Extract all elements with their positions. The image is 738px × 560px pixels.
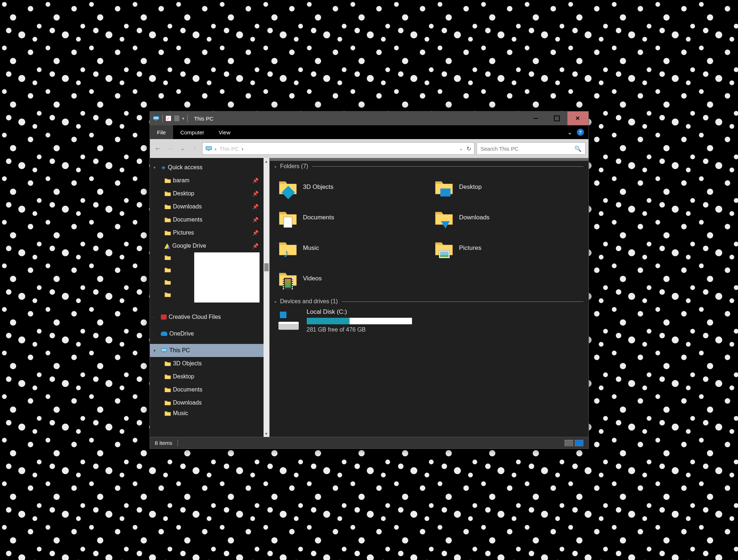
chevron-right-icon[interactable]: ›	[154, 332, 159, 336]
sidebar-item-downloads[interactable]: Downloads	[150, 396, 264, 409]
maximize-button[interactable]	[546, 111, 567, 125]
qat-dropdown-icon[interactable]: ▾	[182, 116, 184, 121]
minimize-button[interactable]	[525, 111, 546, 125]
drive-local-disk-c[interactable]: Local Disk (C:) 281 GB free of 476 GB	[278, 308, 583, 333]
refresh-icon[interactable]: ↻	[466, 145, 471, 152]
sidebar-item-label: Music	[173, 410, 188, 417]
forward-button[interactable]: →	[165, 143, 175, 154]
chevron-right-icon[interactable]: ›	[154, 315, 159, 319]
navigation-bar: ← → ⌄ ↑ › This PC › ⌄ ↻ 🔍	[150, 139, 588, 158]
title-bar[interactable]: ✓ ▾ This PC	[150, 111, 588, 125]
sidebar-item-pictures[interactable]: Pictures 📌	[150, 226, 264, 239]
folder-icon	[164, 178, 171, 183]
chevron-down-icon[interactable]: ▾	[154, 165, 159, 170]
close-button[interactable]	[567, 111, 588, 125]
back-button[interactable]: ←	[153, 143, 163, 154]
item-label: Music	[303, 244, 319, 252]
status-bar: 8 items	[150, 437, 588, 449]
qat-properties-icon[interactable]: ✓	[166, 115, 171, 121]
folder-icon	[164, 279, 171, 285]
scroll-down-icon[interactable]: ▼	[264, 430, 269, 437]
ribbon-expand-icon[interactable]: ⌄	[567, 129, 573, 135]
pin-icon: 📌	[252, 217, 258, 223]
film-icon	[283, 278, 293, 289]
folder-icon	[164, 387, 171, 393]
redacted-region	[194, 252, 260, 303]
qat-newfolder-icon[interactable]	[174, 115, 179, 121]
search-icon[interactable]: 🔍	[574, 145, 582, 152]
sidebar-this-pc[interactable]: ▾ This PC	[150, 344, 264, 357]
sidebar-item-desktop[interactable]: Desktop	[150, 370, 264, 383]
desktop-icon	[440, 188, 450, 196]
tab-file[interactable]: File	[150, 125, 173, 139]
folder-desktop[interactable]: Desktop	[435, 173, 583, 201]
sidebar-item-documents[interactable]: Documents	[150, 383, 264, 396]
sidebar-scrollbar[interactable]: ▲ ▼	[264, 158, 269, 437]
sidebar-item-desktop[interactable]: Desktop 📌	[150, 187, 264, 200]
pc-icon	[205, 146, 212, 151]
drive-free-text: 281 GB free of 476 GB	[307, 326, 412, 333]
content-pane[interactable]: ▸ Folders (7) 3D Objects Desktop	[270, 158, 588, 437]
sidebar-item-label: Downloads	[173, 203, 202, 210]
address-dropdown-icon[interactable]: ⌄	[459, 146, 463, 151]
explorer-window: ✓ ▾ This PC File Computer View ⌄ ? ← → ⌄…	[150, 111, 589, 449]
search-box[interactable]: 🔍	[477, 142, 586, 155]
address-bar[interactable]: › This PC › ⌄ ↻	[202, 142, 474, 155]
sidebar-item-label: Documents	[173, 386, 203, 393]
sidebar-item-downloads[interactable]: Downloads 📌	[150, 200, 264, 213]
folder-videos[interactable]: Videos	[278, 265, 427, 292]
search-input[interactable]	[481, 146, 574, 152]
folder-icon	[164, 204, 171, 210]
help-icon[interactable]: ?	[577, 129, 584, 136]
sidebar-creative-cloud[interactable]: › Creative Cloud Files	[150, 311, 264, 324]
item-label: Documents	[303, 214, 334, 221]
folder-downloads[interactable]: Downloads	[435, 204, 583, 231]
item-label: Videos	[303, 275, 322, 282]
sidebar-quick-access[interactable]: ▾ ★ Quick access	[150, 161, 264, 174]
up-button[interactable]: ↑	[190, 143, 200, 154]
folder-icon	[164, 410, 171, 416]
sidebar-item-3d-objects[interactable]: 3D Objects	[150, 357, 264, 370]
pin-icon: 📌	[252, 191, 258, 196]
download-arrow-icon	[441, 221, 450, 228]
separator	[312, 166, 583, 167]
folder-pictures[interactable]: Pictures	[435, 234, 583, 262]
chevron-down-icon[interactable]: ▾	[154, 348, 159, 353]
breadcrumb-sep: ›	[242, 146, 244, 152]
group-header-folders[interactable]: ▸ Folders (7)	[275, 163, 583, 170]
view-details-button[interactable]	[564, 440, 573, 446]
group-header-drives[interactable]: ▸ Devices and drives (1)	[275, 298, 583, 305]
view-large-icons-button[interactable]	[575, 440, 583, 446]
creative-cloud-icon	[161, 315, 167, 320]
folder-documents[interactable]: Documents	[278, 204, 427, 231]
sidebar-item-label: Desktop	[173, 373, 195, 380]
onedrive-icon	[161, 332, 167, 336]
group-label: Folders (7)	[280, 163, 308, 170]
pin-icon: 📌	[252, 230, 258, 236]
folder-3d-objects[interactable]: 3D Objects	[278, 173, 427, 201]
scroll-thumb[interactable]	[264, 263, 269, 271]
collapse-icon[interactable]: ▸	[275, 300, 277, 304]
pane-grip[interactable]	[270, 158, 588, 161]
sidebar-onedrive[interactable]: › OneDrive	[150, 327, 264, 340]
folder-music[interactable]: ♪ Music	[278, 234, 427, 262]
separator	[342, 301, 583, 302]
folder-icon	[164, 230, 171, 236]
sidebar-item-label: Creative Cloud Files	[169, 314, 221, 320]
breadcrumb[interactable]: This PC	[220, 146, 239, 152]
picture-icon	[439, 250, 450, 258]
scroll-up-icon[interactable]: ▲	[264, 158, 269, 165]
sidebar-item-google-drive[interactable]: Google Drive 📌	[150, 239, 264, 252]
sidebar-item-label: Desktop	[173, 190, 195, 197]
breadcrumb-sep: ›	[215, 146, 217, 152]
sidebar-item-label: 3D Objects	[173, 360, 202, 367]
tab-view[interactable]: View	[212, 125, 238, 139]
item-label: Desktop	[459, 183, 482, 191]
tab-computer[interactable]: Computer	[173, 125, 212, 139]
sidebar-item-documents[interactable]: Documents 📌	[150, 213, 264, 226]
recent-locations-button[interactable]: ⌄	[178, 143, 188, 154]
google-drive-icon	[164, 243, 170, 249]
collapse-icon[interactable]: ▸	[275, 165, 277, 169]
sidebar-item-music[interactable]: Music	[150, 409, 264, 417]
sidebar-item-baram[interactable]: baram 📌	[150, 174, 264, 187]
